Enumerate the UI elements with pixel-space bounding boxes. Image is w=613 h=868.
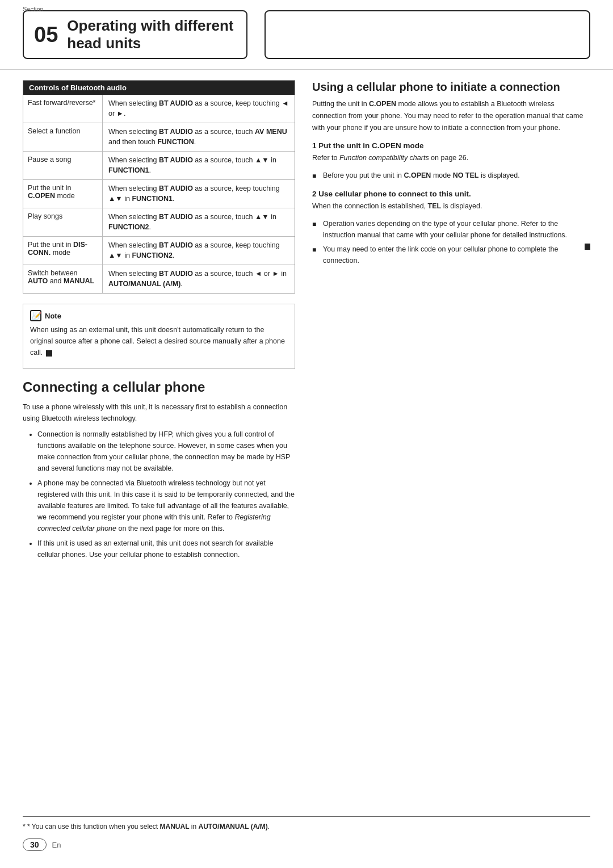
- table-row: Put the unit in C.OPEN modeWhen selectin…: [23, 180, 295, 208]
- step2-bullet1: ■ Operation varies depending on the type…: [312, 218, 590, 241]
- using-intro: Putting the unit in C.OPEN mode allows y…: [312, 98, 590, 133]
- bullet-icon: ■: [312, 171, 320, 182]
- ctrl-right-cell: When selecting BT AUDIO as a source, tou…: [103, 123, 295, 151]
- left-column: Controls of Bluetooth audio Fast forward…: [23, 70, 295, 564]
- ctrl-right-cell: When selecting BT AUDIO as a source, tou…: [103, 265, 295, 293]
- footer: * * You can use this function when you s…: [0, 816, 613, 851]
- using-section: Using a cellular phone to initiate a con…: [312, 80, 590, 266]
- stop-icon: [585, 244, 590, 250]
- page-number: 30: [23, 838, 47, 851]
- step1-heading: 1 Put the unit in C.OPEN mode: [312, 141, 590, 150]
- table-row: Select a functionWhen selecting BT AUDIO…: [23, 123, 295, 152]
- step2-text1: When the connection is established, TEL …: [312, 200, 590, 212]
- stop-icon: [46, 350, 52, 357]
- ctrl-left-cell: Put the unit in DIS-CONN. mode: [23, 237, 103, 265]
- list-item: A phone may be connected via Bluetooth w…: [37, 477, 295, 534]
- ctrl-left-cell: Pause a song: [23, 152, 103, 179]
- controls-table-body: Fast forward/reverse*When selecting BT A…: [23, 95, 295, 293]
- controls-table: Controls of Bluetooth audio Fast forward…: [23, 80, 295, 293]
- header-right-box: [264, 10, 590, 59]
- language-label: En: [52, 841, 61, 849]
- ctrl-right-cell: When selecting BT AUDIO as a source, kee…: [103, 237, 295, 265]
- page: Section 05 Operating with different head…: [0, 0, 613, 868]
- note-box: 📝 Note When using as an external unit, t…: [23, 304, 295, 369]
- section-label: Section: [23, 6, 44, 12]
- table-row: Pause a songWhen selecting BT AUDIO as a…: [23, 152, 295, 180]
- footer-line: [23, 816, 590, 817]
- connecting-section: Connecting a cellular phone To use a pho…: [23, 379, 295, 560]
- bullet-icon-2: ■: [312, 219, 320, 230]
- ctrl-right-cell: When selecting BT AUDIO as a source, kee…: [103, 95, 295, 123]
- table-row: Put the unit in DIS-CONN. modeWhen selec…: [23, 237, 295, 265]
- ctrl-left-cell: Select a function: [23, 123, 103, 151]
- step1-text1: Refer to Function compatibility charts o…: [312, 152, 590, 164]
- ctrl-left-cell: Play songs: [23, 208, 103, 236]
- footer-bottom: 30 En: [23, 838, 590, 851]
- table-row: Play songsWhen selecting BT AUDIO as a s…: [23, 208, 295, 237]
- page-header: 05 Operating with different head units: [0, 0, 613, 70]
- ctrl-left-cell: Fast forward/reverse*: [23, 95, 103, 123]
- page-title: Operating with different head units: [67, 17, 233, 52]
- step2-bullet1-text: Operation varies depending on the type o…: [323, 218, 590, 241]
- bullet-icon-3: ■: [312, 245, 320, 255]
- title-box: 05 Operating with different head units: [23, 10, 247, 59]
- note-icon: 📝: [30, 310, 41, 321]
- note-text: When using as an external unit, this uni…: [30, 324, 288, 358]
- connecting-intro: To use a phone wirelessly with this unit…: [23, 401, 295, 424]
- step2-heading: 2 Use cellular phone to connect to this …: [312, 190, 590, 198]
- table-row: Switch between AUTO and MANUALWhen selec…: [23, 265, 295, 293]
- connecting-title: Connecting a cellular phone: [23, 379, 295, 396]
- ctrl-right-cell: When selecting BT AUDIO as a source, tou…: [103, 208, 295, 236]
- table-row: Fast forward/reverse*When selecting BT A…: [23, 95, 295, 123]
- controls-table-header: Controls of Bluetooth audio: [23, 81, 295, 95]
- ctrl-right-cell: When selecting BT AUDIO as a source, tou…: [103, 152, 295, 179]
- right-column: Using a cellular phone to initiate a con…: [312, 70, 590, 564]
- ctrl-left-cell: Put the unit in C.OPEN mode: [23, 180, 103, 208]
- ctrl-left-cell: Switch between AUTO and MANUAL: [23, 265, 103, 293]
- step1-bullet1-text: Before you put the unit in C.OPEN mode N…: [323, 170, 520, 181]
- note-label: Note: [45, 311, 61, 322]
- step2-bullet2: ■ You may need to enter the link code on…: [312, 244, 590, 266]
- content-columns: Controls of Bluetooth audio Fast forward…: [0, 70, 613, 564]
- connecting-bullets: Connection is normally established by HF…: [28, 429, 295, 560]
- ctrl-right-cell: When selecting BT AUDIO as a source, kee…: [103, 180, 295, 208]
- footer-note: * * You can use this function when you s…: [23, 821, 590, 832]
- section-number: 05: [34, 24, 58, 45]
- step2-bullet2-text: You may need to enter the link code on y…: [323, 244, 583, 266]
- note-header: 📝 Note: [30, 310, 288, 321]
- list-item: Connection is normally established by HF…: [37, 429, 295, 474]
- using-title: Using a cellular phone to initiate a con…: [312, 80, 590, 94]
- list-item: If this unit is used as an external unit…: [37, 538, 295, 560]
- step1-bullet1: ■ Before you put the unit in C.OPEN mode…: [312, 170, 590, 182]
